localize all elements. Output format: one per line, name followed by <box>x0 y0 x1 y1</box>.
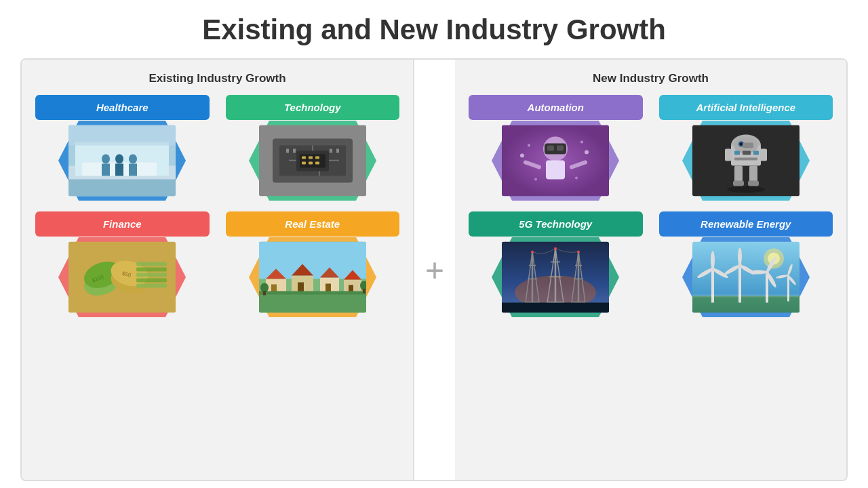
svg-point-92 <box>740 142 743 145</box>
svg-rect-4 <box>68 125 176 145</box>
new-industry-panel: New Industry Growth Automation <box>455 60 846 480</box>
svg-rect-23 <box>336 148 339 152</box>
technology-scene <box>259 125 366 196</box>
healthcare-label: Healthcare <box>35 95 210 120</box>
svg-rect-76 <box>557 145 564 150</box>
svg-rect-93 <box>743 142 753 148</box>
svg-rect-31 <box>302 161 306 164</box>
realestate-scene <box>259 241 366 312</box>
5g-image-wrapper <box>496 238 615 316</box>
svg-point-129 <box>577 250 580 253</box>
technology-card: Technology <box>226 95 400 199</box>
new-grid: Automation <box>469 95 833 316</box>
svg-rect-100 <box>733 180 744 186</box>
svg-rect-29 <box>309 156 313 159</box>
svg-rect-66 <box>259 291 366 294</box>
automation-card: Automation <box>469 95 643 199</box>
svg-point-127 <box>531 250 534 253</box>
svg-rect-70 <box>363 289 366 293</box>
svg-rect-47 <box>136 278 167 282</box>
svg-rect-28 <box>302 156 306 159</box>
svg-rect-46 <box>136 272 167 277</box>
svg-rect-75 <box>547 145 554 150</box>
ai-label: Artificial Intelligence <box>659 95 833 120</box>
finance-card: Finance $100 <box>35 211 210 316</box>
svg-rect-102 <box>725 148 732 161</box>
existing-panel: Existing Industry Growth Healthcare <box>22 60 414 480</box>
svg-rect-12 <box>129 163 137 176</box>
svg-point-83 <box>580 140 583 143</box>
healthcare-card: Healthcare <box>35 95 210 199</box>
svg-rect-48 <box>136 283 167 287</box>
realestate-image-wrapper <box>253 238 372 316</box>
healthcare-scene <box>68 125 176 196</box>
svg-rect-98 <box>734 165 743 182</box>
svg-point-81 <box>528 144 530 146</box>
automation-label: Automation <box>469 95 643 120</box>
svg-point-84 <box>534 178 537 180</box>
svg-rect-65 <box>259 292 366 312</box>
svg-point-85 <box>575 176 578 179</box>
technology-image-wrapper <box>253 121 372 199</box>
ai-image-wrapper <box>686 121 805 199</box>
svg-rect-77 <box>546 160 565 179</box>
svg-rect-99 <box>749 165 757 182</box>
finance-label: Finance <box>35 211 210 237</box>
svg-rect-126 <box>502 302 609 312</box>
ai-card: Artificial Intelligence <box>659 95 833 199</box>
5g-card: 5G Technology <box>469 211 643 316</box>
5g-scene <box>502 241 609 312</box>
svg-point-142 <box>738 247 742 265</box>
svg-point-128 <box>554 247 557 249</box>
svg-rect-30 <box>315 156 319 159</box>
svg-rect-45 <box>136 267 167 271</box>
ai-scene <box>692 125 800 196</box>
existing-panel-title: Existing Industry Growth <box>149 72 285 85</box>
page-title: Existing and New Industry Growth <box>202 14 666 46</box>
svg-rect-33 <box>315 161 319 164</box>
main-container: Existing Industry Growth Healthcare <box>20 58 848 481</box>
existing-grid: Healthcare <box>35 95 399 316</box>
realestate-card: Real Estate <box>226 211 400 316</box>
renewable-scene <box>692 241 800 312</box>
finance-scene: $100 $50 <box>68 241 176 312</box>
svg-rect-44 <box>136 262 167 266</box>
svg-rect-5 <box>82 162 116 176</box>
svg-point-82 <box>585 150 589 154</box>
plus-sign: + <box>425 251 444 289</box>
svg-point-80 <box>520 153 524 157</box>
svg-point-9 <box>115 154 123 163</box>
svg-rect-10 <box>115 163 123 176</box>
svg-rect-22 <box>330 148 332 152</box>
svg-rect-13 <box>68 179 176 196</box>
svg-rect-134 <box>692 296 800 312</box>
svg-rect-135 <box>711 268 714 302</box>
svg-rect-6 <box>123 162 157 176</box>
svg-point-67 <box>260 283 269 292</box>
svg-point-149 <box>749 270 767 274</box>
5g-label: 5G Technology <box>469 211 643 237</box>
new-panel-title: New Industry Growth <box>593 72 709 85</box>
automation-scene <box>502 125 609 196</box>
svg-rect-68 <box>263 291 266 295</box>
realestate-label: Real Estate <box>226 211 400 237</box>
svg-rect-96 <box>753 150 759 155</box>
svg-point-7 <box>102 154 110 163</box>
svg-rect-150 <box>787 275 789 301</box>
svg-rect-94 <box>734 150 740 155</box>
svg-rect-155 <box>692 294 800 297</box>
technology-label: Technology <box>226 95 400 120</box>
svg-rect-21 <box>293 148 296 152</box>
svg-rect-101 <box>748 180 759 186</box>
plus-separator: + <box>414 60 455 480</box>
svg-point-11 <box>129 154 137 163</box>
healthcare-image-wrapper <box>63 121 182 199</box>
svg-point-104 <box>727 186 765 192</box>
svg-rect-103 <box>760 148 767 161</box>
svg-rect-95 <box>743 150 751 155</box>
renewable-card: Renewable Energy <box>659 211 833 316</box>
automation-image-wrapper <box>496 121 615 199</box>
svg-point-137 <box>711 251 715 268</box>
renewable-label: Renewable Energy <box>659 211 833 237</box>
finance-image-wrapper: $100 $50 <box>63 238 182 316</box>
